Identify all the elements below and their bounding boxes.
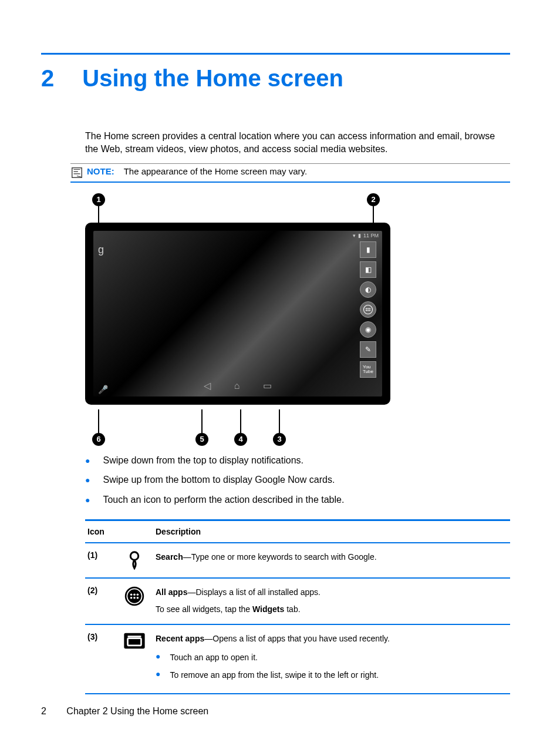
th-icon: Icon [85,527,156,536]
app-icon-1: ▮ [360,241,376,258]
nav-home-icon: ⌂ [234,381,240,391]
all-apps-icon [360,301,376,318]
chapter-title: Using the Home screen [82,65,343,92]
intro-paragraph: The Home screen provides a central locat… [85,130,510,156]
chapter-number: 2 [41,65,54,92]
search-handle-icon: g [98,244,104,256]
bullet-icon: ● [156,668,160,683]
app-icon-2: ◧ [360,261,376,278]
callout-5: 5 [195,433,208,446]
table-row: (1) Search—Type one or more keywords to … [85,543,510,579]
bullet-icon: ● [85,495,90,506]
callout-2: 2 [367,193,380,206]
note-block: NOTE: The appearance of the Home screen … [70,163,510,183]
list-item: ●Swipe up from the bottom to display Goo… [85,475,510,486]
th-desc: Description [156,527,510,536]
svg-point-8 [130,552,139,560]
youtube-icon: YouTube [360,361,376,378]
app-icon-5: ◉ [360,321,376,338]
note-text: The appearance of the Home screen may va… [124,166,307,176]
svg-point-2 [366,308,367,309]
svg-point-7 [369,310,370,311]
search-icon [113,550,156,570]
icon-table: Icon Description (1) Search—Type one or … [85,519,510,694]
page-number: 2 [41,706,46,716]
svg-point-11 [130,593,133,596]
callout-3: 3 [273,433,286,446]
svg-point-15 [133,596,136,599]
callout-1: 1 [92,193,105,206]
svg-point-4 [369,308,370,309]
note-icon [70,166,83,179]
home-screen-figure: 1 2 ▾▮11 PM g 🎤 ▮ ◧ ◐ [85,193,390,446]
table-row: (3) Recent apps—Opens a list of apps tha… [85,625,510,694]
svg-point-1 [364,305,373,314]
svg-point-12 [133,593,136,596]
nav-recent-icon: ▭ [263,380,272,391]
svg-point-16 [137,596,139,599]
chapter-header: 2 Using the Home screen [41,65,510,92]
svg-point-6 [367,310,369,311]
all-apps-icon [113,586,156,607]
top-rule [41,53,510,55]
app-icon-3: ◐ [360,281,376,298]
table-row: (2) All apps—Displays a list of all inst… [85,579,510,626]
bullet-icon: ● [156,651,160,665]
svg-point-3 [367,308,369,309]
bullet-icon: ● [85,455,90,467]
callout-4: 4 [234,433,247,446]
recent-apps-icon [113,632,156,650]
list-item: ●Touch an icon to perform the action des… [85,495,510,506]
page-footer: 2 Chapter 2 Using the Home screen [41,706,208,717]
bullet-icon: ● [85,475,90,486]
callout-6: 6 [92,433,105,446]
svg-point-13 [137,593,139,596]
instruction-list: ●Swipe down from the top to display noti… [85,455,510,506]
svg-point-5 [366,310,367,311]
tablet-status-bar: ▾▮11 PM [93,231,382,240]
svg-point-14 [130,596,133,599]
note-label: NOTE: [87,166,114,176]
footer-text: Chapter 2 Using the Home screen [66,706,208,716]
svg-point-9 [125,586,144,605]
svg-rect-19 [128,636,141,637]
nav-back-icon: ◁ [204,380,211,391]
app-icon-6: ✎ [360,341,376,358]
list-item: ●Swipe down from the top to display noti… [85,455,510,467]
